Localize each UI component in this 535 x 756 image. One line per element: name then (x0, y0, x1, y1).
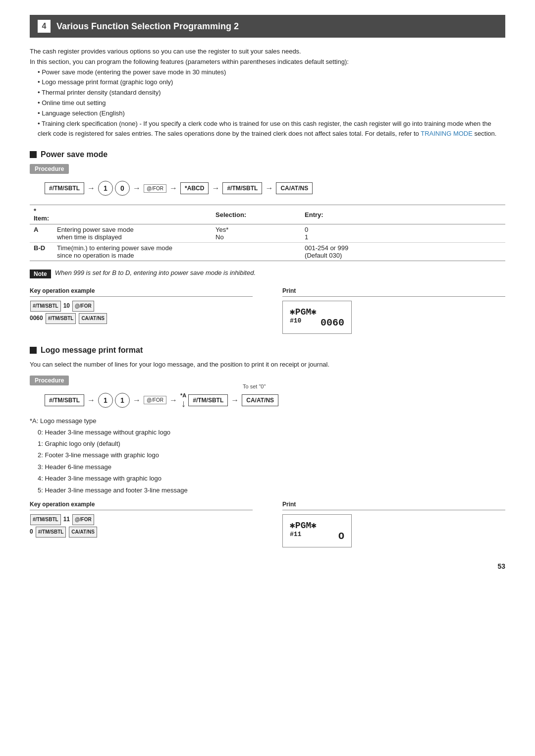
print-header-1: Print (282, 287, 505, 297)
section-header: 4 Various Function Selection Programming… (30, 15, 505, 38)
entry-a-1: 0 (305, 226, 501, 233)
key-caans-1: CA/AT/NS (79, 313, 107, 324)
print-num-10: #10 (290, 317, 301, 328)
arrow-5: → (265, 184, 273, 193)
key-op-header-1: Key operation example (30, 287, 253, 297)
flow-star-a: *A (180, 392, 186, 398)
desc-a-2: when time is displayed (57, 233, 208, 241)
intro-bullet-6: Training clerk specification (none) - If… (38, 119, 505, 140)
table-row: B-D Time(min.) to entering power save mo… (30, 243, 505, 261)
desc-bd-2: since no operation is made (57, 252, 208, 259)
print-pgm-2: ✱PGM✱ (290, 520, 344, 531)
list-item: 4: Header 3-line message with graphic lo… (38, 473, 505, 484)
print-output-1: ✱PGM✱ #10 0060 (282, 301, 352, 334)
flow-box-caans-1: CA/AT/NS (276, 182, 313, 194)
flow-box-caans-2: CA/AT/NS (242, 394, 278, 406)
key-line-2: 0060 #/TM/SBTL CA/AT/NS (30, 313, 253, 324)
flow-down-arrow: *A ↓ (180, 392, 186, 408)
logo-title: Logo message print format (30, 346, 505, 355)
key-op-header-2: Key operation example (30, 501, 253, 510)
key-num-0060: 0060 (30, 313, 43, 324)
key-caans-2: CA/AT/NS (69, 527, 97, 538)
key-op-content-2: #/TM/SBTL 11 @/FOR 0 #/TM/SBTL CA/AT/NS (30, 514, 253, 538)
key-for-2: @/FOR (72, 514, 94, 525)
key-op-col-2: Key operation example #/TM/SBTL 11 @/FOR… (30, 501, 253, 539)
key-op-col-1: Key operation example #/TM/SBTL 10 @/FOR… (30, 287, 253, 325)
entry-a-2: 1 (305, 233, 501, 241)
item-a: A (30, 224, 53, 243)
flow-circle-1: 1 (98, 181, 113, 196)
print-val-O: O (338, 531, 344, 542)
logo-procedure: Procedure To set "0" #/TM/SBTL → 1 1 → @… (30, 376, 505, 408)
key-line-1: #/TM/SBTL 10 @/FOR (30, 301, 253, 312)
power-save-heading: Power save mode (41, 150, 107, 159)
key-htmsbtl-4: #/TM/SBTL (36, 527, 66, 538)
print-col-2: Print ✱PGM✱ #11 O (282, 501, 505, 547)
power-save-title: Power save mode (30, 150, 505, 159)
print-row-2: #11 O (290, 531, 344, 542)
entry-bd-2: (Default 030) (305, 252, 501, 259)
desc-bd: Time(min.) to entering power save mode s… (53, 243, 212, 261)
sel-bd (212, 243, 301, 261)
intro-bullet-2: Logo message print format (graphic logo … (38, 77, 505, 88)
flow-circle-0: 0 (115, 181, 130, 196)
flow-box-htm-sbtl-2: #/TM/SBTL (222, 182, 262, 194)
logo-flow: #/TM/SBTL → 1 1 → @/FOR → *A ↓ #/TM/SBTL… (45, 392, 505, 408)
print-row-1: #10 0060 (290, 317, 344, 328)
key-num-10: 10 (63, 301, 70, 312)
flow-small-for-2: @/FOR (144, 396, 166, 404)
logo-example: Key operation example #/TM/SBTL 11 @/FOR… (30, 501, 505, 547)
key-htmsbtl-3: #/TM/SBTL (30, 514, 61, 525)
intro-line2: In this section, you can program the fol… (30, 57, 505, 67)
sel-a: Yes* No (212, 224, 301, 243)
print-val-0060: 0060 (321, 317, 344, 328)
power-save-example: Key operation example #/TM/SBTL 10 @/FOR… (30, 287, 505, 334)
arrow-9: → (231, 396, 239, 405)
intro-line1: The cash register provides various optio… (30, 47, 505, 57)
flow-box-htm-sbtl-1: #/TM/SBTL (45, 182, 84, 194)
intro-bullet-1: Power save mode (entering the power save… (38, 67, 505, 78)
note-text-1: When 999 is set for B to D, entering int… (55, 269, 256, 276)
arrow-3: → (169, 184, 177, 193)
desc-a: Entering power save mode when time is di… (53, 224, 212, 243)
note-label-1: Note (30, 270, 51, 278)
item-bd: B-D (30, 243, 53, 261)
entry-bd-1: 001-254 or 999 (305, 244, 501, 252)
logo-a-label: *A: Logo message type (30, 417, 505, 425)
section-number: 4 (38, 20, 51, 33)
desc-a-1: Entering power save mode (57, 226, 208, 233)
list-item: 5: Header 3-line message and footer 3-li… (38, 485, 505, 496)
sel-a-2: No (215, 233, 297, 241)
col-entry: Entry: (301, 205, 505, 224)
procedure-label-1: Procedure (30, 164, 69, 174)
arrow-7: → (133, 396, 141, 405)
flow-circle-1b: 1 (98, 393, 113, 408)
training-link: TRAINING MODE (421, 130, 473, 137)
intro-block: The cash register provides various optio… (30, 47, 505, 139)
list-item: 1: Graphic logo only (default) (38, 438, 505, 449)
intro-bullet-4: Online time out setting (38, 98, 505, 108)
power-save-table: * Item: Selection: Entry: A Entering pow… (30, 205, 505, 261)
logo-heading: Logo message print format (41, 346, 143, 355)
arrow-6: → (87, 396, 95, 405)
entry-bd: 001-254 or 999 (Default 030) (301, 243, 505, 261)
intro-bullet-3: Thermal printer density (standard densit… (38, 88, 505, 98)
list-item: 3: Header 6-line message (38, 461, 505, 473)
power-save-procedure: Procedure #/TM/SBTL → 1 0 → @/FOR → *ABC… (30, 164, 505, 196)
to-set-label: To set "0" (243, 383, 266, 389)
key-num-11: 11 (63, 514, 70, 525)
desc-bd-1: Time(min.) to entering power save mode (57, 244, 208, 252)
logo-a-list: 0: Header 3-line message without graphic… (38, 427, 505, 496)
col-desc (53, 205, 212, 224)
list-item: 2: Footer 3-line message with graphic lo… (38, 449, 505, 461)
arrow-8: → (169, 396, 177, 405)
intro-list: Power save mode (entering the power save… (38, 67, 505, 140)
col-item: * Item: (30, 205, 53, 224)
key-htmsbtl-2: #/TM/SBTL (46, 313, 76, 324)
power-save-flow: #/TM/SBTL → 1 0 → @/FOR → *ABCD → #/TM/S… (45, 181, 505, 196)
power-save-note: Note When 999 is set for B to D, enterin… (30, 269, 505, 278)
flow-box-htm-sbtl-4: #/TM/SBTL (188, 394, 228, 406)
logo-intro: You can select the number of lines for y… (30, 360, 505, 370)
procedure-label-2: Procedure (30, 376, 69, 385)
key-for-1: @/FOR (72, 301, 94, 312)
